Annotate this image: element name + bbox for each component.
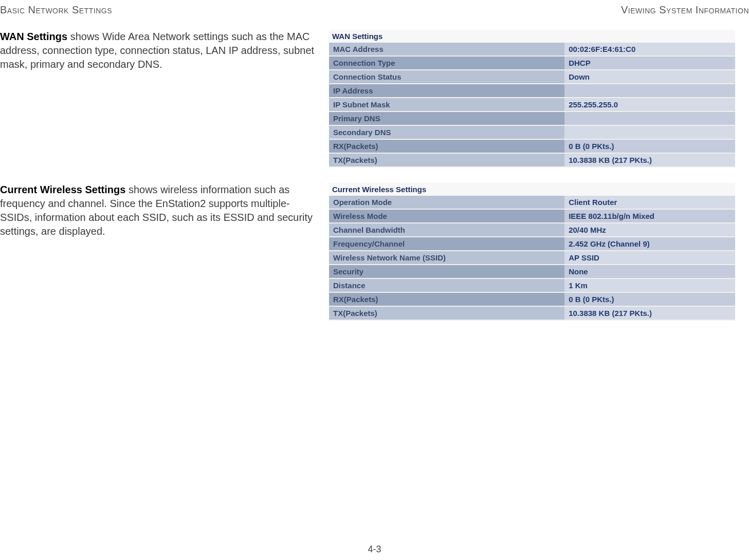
table-row: IP Address [329, 84, 735, 98]
wan-section: WAN Settings shows Wide Area Network set… [0, 30, 749, 167]
row-label: Distance [329, 278, 564, 292]
row-label: Wireless Network Name (SSID) [329, 251, 564, 265]
wan-settings-table: MAC Address00:02:6F:E4:61:C0 Connection … [329, 43, 735, 167]
table-row: SecurityNone [329, 265, 735, 278]
row-label: IP Address [329, 84, 564, 98]
row-label: Wireless Mode [329, 209, 564, 223]
row-label: Primary DNS [329, 111, 564, 125]
row-label: RX(Packets) [329, 292, 564, 306]
table-row: MAC Address00:02:6F:E4:61:C0 [329, 43, 735, 56]
wan-panel-title: WAN Settings [329, 30, 735, 43]
row-value: 1 Km [564, 278, 735, 292]
wireless-panel-title: Current Wireless Settings [329, 183, 735, 196]
row-value: 00:02:6F:E4:61:C0 [564, 43, 735, 56]
row-label: Connection Type [329, 56, 564, 70]
table-row: Connection StatusDown [329, 70, 735, 84]
table-row: TX(Packets)10.3838 KB (217 PKts.) [329, 153, 735, 167]
row-label: Connection Status [329, 70, 564, 84]
table-row: RX(Packets)0 B (0 PKts.) [329, 139, 735, 153]
wireless-desc-bold: Current Wireless Settings [0, 184, 125, 195]
row-label: Frequency/Channel [329, 237, 564, 251]
row-value [564, 111, 735, 125]
wan-panel: WAN Settings MAC Address00:02:6F:E4:61:C… [329, 30, 735, 167]
table-row: Operation ModeClient Router [329, 196, 735, 209]
row-label: Security [329, 265, 564, 278]
row-value: None [564, 265, 735, 278]
row-value: Down [564, 70, 735, 84]
row-value: IEEE 802.11b/g/n Mixed [564, 209, 735, 223]
row-value: Client Router [564, 196, 735, 209]
row-label: TX(Packets) [329, 153, 564, 167]
row-value: 20/40 MHz [564, 223, 735, 237]
row-label: TX(Packets) [329, 306, 564, 320]
row-label: RX(Packets) [329, 139, 564, 153]
row-value: AP SSID [564, 251, 735, 265]
table-row: Wireless Network Name (SSID)AP SSID [329, 251, 735, 265]
wireless-settings-table: Operation ModeClient Router Wireless Mod… [329, 196, 735, 321]
page-number: 4-3 [0, 544, 749, 555]
header-right: Viewing System Information [621, 4, 749, 16]
table-row: Distance1 Km [329, 278, 735, 292]
row-value [564, 125, 735, 139]
table-row: TX(Packets)10.3838 KB (217 PKts.) [329, 306, 735, 320]
row-value [564, 84, 735, 98]
content: WAN Settings shows Wide Area Network set… [0, 30, 749, 326]
row-value: DHCP [564, 56, 735, 70]
wireless-panel: Current Wireless Settings Operation Mode… [329, 183, 735, 321]
row-value: 10.3838 KB (217 PKts.) [564, 153, 735, 167]
row-value: 10.3838 KB (217 PKts.) [564, 306, 735, 320]
row-label: Secondary DNS [329, 125, 564, 139]
table-row: Connection TypeDHCP [329, 56, 735, 70]
row-value: 0 B (0 PKts.) [564, 292, 735, 306]
wireless-description: Current Wireless Settings shows wireless… [0, 183, 329, 321]
wan-desc-bold: WAN Settings [0, 31, 67, 42]
table-row: IP Subnet Mask255.255.255.0 [329, 98, 735, 111]
wan-description: WAN Settings shows Wide Area Network set… [0, 30, 329, 167]
header-left: Basic Network Settings [0, 4, 112, 16]
table-row: Channel Bandwidth20/40 MHz [329, 223, 735, 237]
row-value: 0 B (0 PKts.) [564, 139, 735, 153]
wireless-section: Current Wireless Settings shows wireless… [0, 183, 749, 321]
table-row: Primary DNS [329, 111, 735, 125]
row-label: IP Subnet Mask [329, 98, 564, 111]
row-label: MAC Address [329, 43, 564, 56]
row-label: Operation Mode [329, 196, 564, 209]
row-value: 2.452 GHz (Channel 9) [564, 237, 735, 251]
table-row: Wireless ModeIEEE 802.11b/g/n Mixed [329, 209, 735, 223]
row-value: 255.255.255.0 [564, 98, 735, 111]
table-row: Frequency/Channel2.452 GHz (Channel 9) [329, 237, 735, 251]
row-label: Channel Bandwidth [329, 223, 564, 237]
table-row: Secondary DNS [329, 125, 735, 139]
table-row: RX(Packets)0 B (0 PKts.) [329, 292, 735, 306]
